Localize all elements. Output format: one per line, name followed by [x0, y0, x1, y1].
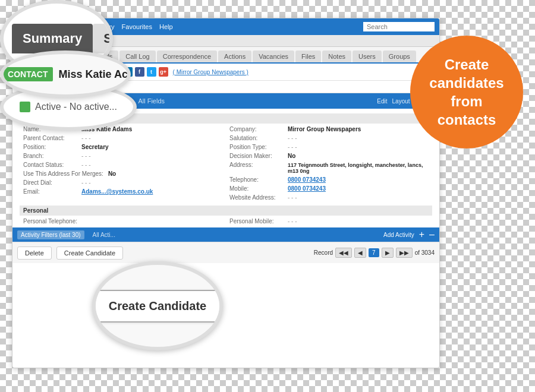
field-company: Company: Mirror Group Newspapers — [229, 126, 429, 132]
facebook-icon: f — [135, 67, 144, 77]
personal-right-col: Personal Mobile: - - - — [226, 218, 432, 227]
field-parent-contact: Parent Contact: - - - — [23, 135, 222, 141]
tab-actions[interactable]: Actions — [218, 50, 251, 62]
activity-bar: Activity Filters (last 30) All Acti... A… — [12, 227, 439, 242]
field-branch: Branch: - - - — [23, 153, 222, 159]
magnified-status-text: Active - No active... — [35, 102, 117, 112]
tab-notes[interactable]: Notes — [322, 50, 351, 62]
delete-button[interactable]: Delete — [17, 246, 52, 260]
magnified-summary-tab[interactable]: Summary — [12, 24, 93, 53]
activity-tab-last30[interactable]: Activity Filters (last 30) — [17, 230, 84, 239]
field-address-merges: Use This Address For Merges: No — [23, 170, 222, 177]
field-telephone: Telephone: 0800 0734243 — [229, 176, 429, 183]
pagination-next[interactable]: ▶ — [382, 248, 394, 258]
magnified-contact-row: CONTACT Miss Katie Ac — [0, 62, 131, 86]
circle-create-candidate: Create Candidate — [92, 261, 223, 350]
pagination-current: 7 — [369, 248, 379, 257]
magnified-status-row: Active - No active... — [8, 97, 129, 117]
pagination: Record ◀◀ ◀ 7 ▶ ▶▶ of 3034 — [314, 248, 435, 258]
activity-tab-all[interactable]: All Acti... — [89, 230, 119, 239]
section-title-personal: Personal — [20, 206, 432, 216]
details-left-col: Name: Miss Katie Adams Parent Contact: -… — [20, 126, 226, 203]
pagination-total: of 3034 — [415, 249, 435, 256]
personal-left-col: Personal Telephone: Personal Email: — [20, 218, 226, 227]
orange-callout-text: Create candidates from contacts — [422, 55, 511, 129]
field-email: Email: Adams...@systems.co.uk — [23, 188, 222, 195]
activity-plus-icon[interactable]: + — [419, 229, 424, 240]
field-direct-dial: Direct Dial: - - - — [23, 179, 222, 186]
field-personal-telephone: Personal Telephone: — [23, 218, 222, 225]
field-website: Website Address: - - - — [229, 194, 429, 201]
create-candidate-magnified-button[interactable]: Create Candidate — [92, 290, 223, 323]
personal-grid: Personal Telephone: Personal Email: Pers… — [20, 218, 432, 227]
tab-files[interactable]: Files — [295, 50, 321, 62]
field-salutation: Salutation: - - - — [229, 135, 429, 141]
layout-link[interactable]: Layout — [392, 98, 410, 105]
pagination-prev[interactable]: ◀ — [354, 248, 366, 258]
button-bar: Delete Create Candidate Record ◀◀ ◀ 7 ▶ … — [12, 242, 439, 263]
circle-orange-callout: Create candidates from contacts — [410, 36, 523, 148]
field-decision-maker: Decision Maker: No — [229, 153, 429, 159]
detail-tab-allfields[interactable]: All Fields — [132, 96, 171, 106]
nav-item-help[interactable]: Help — [159, 23, 173, 30]
magnified-tabs: Summary Structure — [12, 24, 101, 53]
create-candidate-button[interactable]: Create Candidate — [56, 246, 123, 260]
magnified-contact-badge: CONTACT — [3, 67, 52, 81]
pagination-first[interactable]: ◀◀ — [335, 248, 352, 258]
field-position-type: Position Type: - - - — [229, 144, 429, 150]
field-position: Position: Secretary — [23, 144, 222, 150]
field-personal-email: Personal Email: — [23, 227, 222, 227]
pagination-label: Record — [314, 249, 333, 256]
add-activity-link[interactable]: Add Activity — [383, 232, 414, 238]
personal-section: Personal Personal Telephone: Personal Em… — [20, 206, 432, 227]
field-personal-mobile: Personal Mobile: - - - — [229, 218, 429, 225]
google-plus-icon: g+ — [159, 67, 168, 77]
field-mobile: Mobile: 0800 0734243 — [229, 185, 429, 192]
twitter-icon: t — [147, 67, 156, 77]
tab-calllog[interactable]: Call Log — [119, 50, 155, 62]
tab-vacancies[interactable]: Vacancies — [253, 50, 294, 62]
tab-users[interactable]: Users — [353, 50, 382, 62]
magnified-structure-tab[interactable]: Structure — [93, 24, 113, 53]
nav-item-favourites[interactable]: Favourites — [122, 23, 152, 30]
details-grid: Name: Miss Katie Adams Parent Contact: -… — [20, 126, 432, 203]
details-right-col: Company: Mirror Group Newspapers Salutat… — [226, 126, 432, 203]
field-contact-status: Contact Status: - - - — [23, 162, 222, 168]
pagination-last[interactable]: ▶▶ — [396, 248, 413, 258]
search-input[interactable] — [363, 22, 435, 31]
field-address: Address: 117 Teignmouth Street, longsigh… — [229, 162, 429, 174]
tab-correspondence[interactable]: Correspondence — [157, 50, 217, 62]
edit-link[interactable]: Edit — [377, 98, 387, 105]
circle-contact-badge: CONTACT Miss Katie Ac — [0, 50, 131, 98]
tab-groups[interactable]: Groups — [383, 50, 416, 62]
magnified-status-dot — [20, 102, 30, 112]
activity-minus-icon[interactable]: – — [429, 229, 435, 240]
magnified-contact-name: Miss Katie Ac — [59, 68, 128, 81]
company-link[interactable]: ( Mirror Group Newspapers ) — [173, 69, 248, 75]
